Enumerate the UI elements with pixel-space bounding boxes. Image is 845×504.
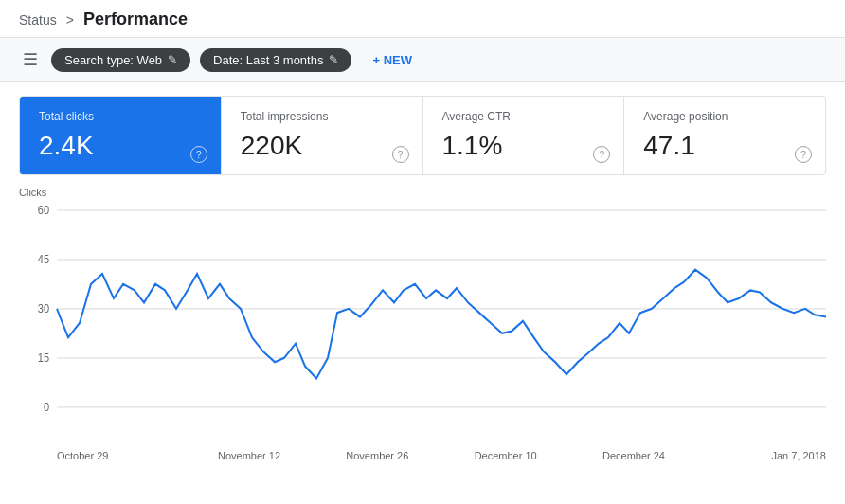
date-chip[interactable]: Date: Last 3 months ✎	[200, 48, 351, 72]
chart-x-label: November 12	[185, 450, 313, 461]
chart-x-label: Jan 7, 2018	[698, 450, 826, 461]
metric-label: Total clicks	[39, 110, 202, 123]
metric-value: 220K	[241, 131, 404, 161]
page-header: Status > Performance	[0, 0, 845, 38]
svg-text:45: 45	[38, 254, 49, 265]
chart-x-labels: October 29November 12November 26December…	[19, 446, 826, 461]
chart-container: 60 45 30 15 0	[19, 200, 826, 446]
metric-card-total-impressions[interactable]: Total impressions 220K ?	[222, 97, 423, 174]
date-label: Date: Last 3 months	[213, 53, 323, 67]
chart-x-label: November 26	[314, 450, 441, 461]
metric-help-icon[interactable]: ?	[190, 146, 207, 163]
metric-card-average-position[interactable]: Average position 47.1 ?	[624, 97, 825, 174]
chart-x-label: December 24	[569, 450, 697, 461]
svg-text:60: 60	[38, 205, 49, 216]
chart-y-label: Clicks	[19, 187, 826, 198]
search-type-edit-icon: ✎	[168, 53, 177, 66]
metric-value: 47.1	[643, 131, 806, 161]
metric-help-icon[interactable]: ?	[593, 146, 610, 163]
metric-label: Average position	[643, 110, 806, 123]
chart-svg: 60 45 30 15 0	[19, 200, 826, 446]
breadcrumb-parent: Status	[19, 12, 57, 27]
metric-help-icon[interactable]: ?	[392, 146, 409, 163]
chart-x-label: October 29	[57, 450, 185, 461]
metric-value: 2.4K	[39, 131, 202, 161]
toolbar: ☰ Search type: Web ✎ Date: Last 3 months…	[0, 38, 845, 82]
metric-help-icon[interactable]: ?	[795, 146, 812, 163]
metric-card-average-ctr[interactable]: Average CTR 1.1% ?	[423, 97, 625, 174]
chart-area: Clicks 60 45 30 15 0 October 29November …	[19, 187, 826, 461]
filter-icon-button[interactable]: ☰	[19, 47, 42, 72]
svg-text:15: 15	[38, 352, 49, 364]
search-type-chip[interactable]: Search type: Web ✎	[51, 48, 190, 72]
new-button[interactable]: + NEW	[365, 48, 420, 72]
metric-value: 1.1%	[442, 131, 605, 161]
svg-text:0: 0	[44, 402, 49, 413]
search-type-label: Search type: Web	[64, 53, 162, 67]
page-title: Performance	[83, 9, 188, 29]
metric-card-total-clicks[interactable]: Total clicks 2.4K ?	[20, 97, 222, 174]
breadcrumb-separator: >	[66, 12, 74, 27]
metrics-row: Total clicks 2.4K ? Total impressions 22…	[19, 96, 826, 175]
filter-icon: ☰	[23, 51, 38, 68]
chart-x-label: December 10	[441, 450, 569, 461]
svg-text:30: 30	[38, 303, 49, 315]
metric-label: Total impressions	[241, 110, 404, 123]
date-edit-icon: ✎	[329, 53, 338, 66]
metric-label: Average CTR	[442, 110, 605, 123]
